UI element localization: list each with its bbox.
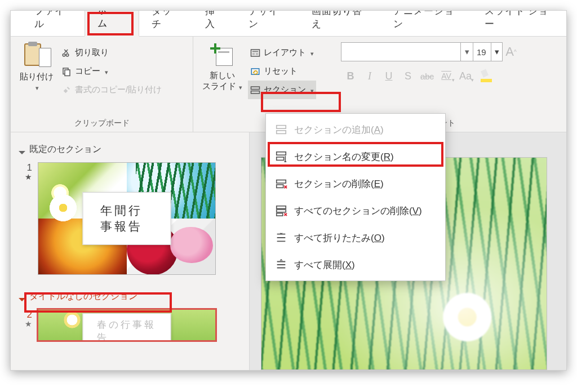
section-dropdown-menu: セクションの追加(A) セクション名の変更(R) セクションの削除(E) すべて… [265,113,446,281]
highlight-icon [481,70,494,82]
chevron-down-icon [104,66,108,76]
collapse-all-icon [275,231,287,244]
format-painter-button[interactable]: 書式のコピー/貼り付け [59,81,164,99]
tab-slideshow[interactable]: スライド ショー [472,10,566,36]
slide-thumbnail-pane[interactable]: 既定のセクション 1 ★ 年間行事報告 タイトルなしのセクション [11,132,250,370]
slide-title-box: 春の行事報告 [83,313,171,341]
remove-all-sections-icon [275,204,287,217]
new-slide-button[interactable]: 新しい スライド [199,40,246,99]
ribbon-tabs: ファイル ホーム タッチ 挿入 デザイン 画面切り替え アニメーション スライド… [11,11,566,37]
section-header-default[interactable]: 既定のセクション [19,140,241,159]
star-icon: ★ [21,319,32,328]
tab-transitions[interactable]: 画面切り替え [299,10,381,36]
font-size-combo[interactable]: 19 ▾ [473,42,503,61]
collapse-triangle-icon [21,292,26,302]
shadow-button[interactable]: S [398,67,418,85]
section-icon [250,85,260,95]
collapse-triangle-icon [21,145,26,155]
format-painter-label: 書式のコピー/貼り付け [75,84,162,95]
font-size-value: 19 [477,47,486,57]
reset-label: リセット [264,66,298,77]
paste-icon [24,43,49,68]
svg-rect-12 [277,131,286,134]
grow-font-button[interactable]: A^ [503,42,520,61]
reset-button[interactable]: リセット [248,62,316,81]
new-slide-label-1: 新しい [210,70,235,81]
rename-section-icon [275,150,287,163]
new-slide-label-2: スライド [202,81,236,92]
underline-button[interactable]: U [379,67,398,85]
chevron-down-icon [34,82,39,92]
tab-insert[interactable]: 挿入 [193,10,237,36]
italic-button[interactable]: I [360,67,379,85]
menu-rename-section[interactable]: セクション名の変更(R) [266,143,445,170]
group-clipboard: 貼り付け 切り取り [11,37,193,132]
svg-rect-6 [252,53,255,55]
menu-collapse-all[interactable]: すべて折りたたみ(O) [266,224,445,251]
svg-rect-8 [251,68,259,74]
chevron-down-icon[interactable]: ▾ [491,43,502,61]
slide-number: 1 ★ [21,162,32,275]
font-name-combo[interactable]: ▾ [341,42,473,61]
layout-label: レイアウト [264,47,306,58]
menu-remove-section[interactable]: セクションの削除(E) [266,170,445,197]
brush-icon [61,85,72,95]
reset-icon [250,66,260,77]
layout-icon [250,48,260,58]
menu-add-section[interactable]: セクションの追加(A) [266,116,445,143]
svg-rect-11 [277,126,286,129]
slide-title-box: 年間行事報告 [83,192,171,245]
menu-expand-all[interactable]: すべて展開(X) [266,251,445,278]
cut-button[interactable]: 切り取り [59,43,164,62]
change-case-button[interactable]: Aa [456,67,475,85]
tab-home[interactable]: ホーム [85,10,139,37]
section-label: タイトルなしのセクション [29,291,137,302]
paste-label: 貼り付け [20,72,54,82]
scissors-icon [61,48,72,58]
chevron-down-icon [309,48,314,57]
bold-button[interactable]: B [341,67,360,85]
svg-rect-16 [277,185,283,188]
svg-rect-10 [251,91,260,93]
copy-label: コピー [75,66,100,77]
thumbnail-row: 2 ★ 春の行事報告 [19,306,241,341]
remove-section-icon [275,177,287,190]
highlight-button[interactable] [475,67,500,85]
tab-animations[interactable]: アニメーション [381,10,472,36]
paste-button[interactable]: 貼り付け [16,40,57,99]
cut-label: 切り取り [75,47,109,58]
tab-touch[interactable]: タッチ [139,10,193,36]
star-icon: ★ [21,172,32,181]
svg-rect-9 [251,87,260,90]
character-spacing-button[interactable]: AV [437,67,456,85]
copy-button[interactable]: コピー [59,62,164,81]
svg-point-1 [66,54,69,56]
copy-icon [61,66,72,77]
svg-rect-17 [277,206,286,209]
add-section-icon [275,123,287,136]
section-header-untitled[interactable]: タイトルなしのセクション [19,287,241,306]
section-label: 既定のセクション [29,144,101,155]
section-label: セクション [264,84,306,95]
new-slide-icon [210,43,235,68]
strikethrough-button[interactable]: abc [418,67,437,85]
chevron-down-icon [309,85,314,95]
slide-thumbnail-1[interactable]: 年間行事報告 [38,162,216,275]
chevron-down-icon[interactable]: ▾ [460,43,473,61]
chevron-down-icon [238,82,242,91]
slide-thumbnail-2[interactable]: 春の行事報告 [38,309,216,341]
section-button[interactable]: セクション [248,81,316,99]
thumbnail-row: 1 ★ 年間行事報告 [19,159,241,287]
menu-remove-all-sections[interactable]: すべてのセクションの削除(V) [266,197,445,224]
svg-point-0 [63,54,65,56]
expand-all-icon [275,259,287,271]
svg-rect-18 [277,210,286,212]
svg-rect-3 [65,70,70,76]
slide-number: 2 ★ [21,309,32,341]
svg-rect-7 [256,53,259,55]
tab-design[interactable]: デザイン [236,10,299,36]
tab-file[interactable]: ファイル [22,10,85,36]
svg-rect-13 [277,152,286,155]
svg-rect-14 [277,157,284,161]
layout-button[interactable]: レイアウト [248,43,316,62]
